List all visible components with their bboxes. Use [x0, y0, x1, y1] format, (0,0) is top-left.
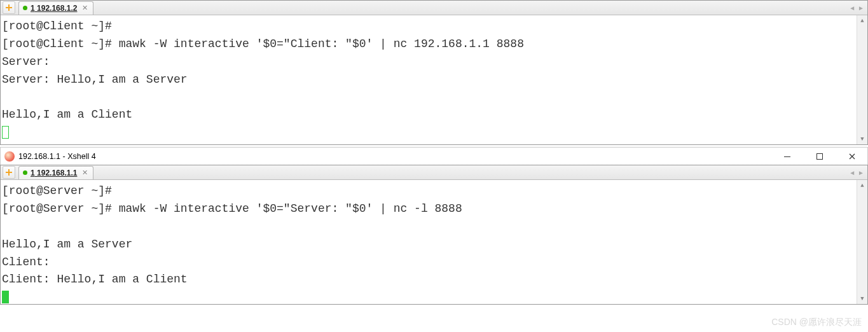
svg-rect-1 — [6, 7, 12, 8]
status-dot-icon — [23, 6, 27, 10]
scroll-up-icon[interactable]: ▲ — [857, 15, 867, 26]
minimize-icon — [784, 153, 790, 160]
cursor-icon — [2, 291, 9, 303]
close-icon — [849, 153, 855, 160]
status-dot-icon — [23, 170, 27, 175]
window-titlebar: 192.168.1.1 - Xshell 4 — [0, 147, 868, 165]
scrollbar[interactable]: ▲ ▼ — [857, 180, 867, 304]
scroll-down-icon[interactable]: ▼ — [857, 293, 867, 304]
tab-prev-icon[interactable]: ◄ — [849, 169, 855, 176]
tab-prev-icon[interactable]: ◄ — [849, 4, 855, 11]
add-tab-button[interactable] — [3, 1, 15, 14]
svg-rect-5 — [6, 172, 12, 173]
scroll-up-icon[interactable]: ▲ — [857, 180, 867, 191]
scrollbar[interactable]: ▲ ▼ — [857, 15, 867, 144]
tab-server[interactable]: 1 192.168.1.1 ✕ — [18, 166, 93, 179]
terminal-output-client[interactable]: [root@Client ~]# [root@Client ~]# mawk -… — [1, 15, 867, 144]
maximize-button[interactable] — [805, 148, 834, 165]
app-icon — [4, 151, 15, 162]
close-tab-icon[interactable]: ✕ — [82, 169, 88, 177]
scroll-track[interactable] — [857, 191, 867, 293]
plus-icon — [5, 4, 13, 11]
tab-bar: 1 192.168.1.1 ✕ ◄ ► — [1, 165, 867, 180]
tab-bar: 1 192.168.1.2 ✕ ◄ ► — [1, 1, 867, 15]
maximize-icon — [816, 153, 823, 160]
tab-client[interactable]: 1 192.168.1.2 ✕ — [18, 1, 93, 15]
tab-title: 1 192.168.1.1 — [31, 169, 77, 177]
tab-nav: ◄ ► — [849, 169, 864, 176]
minimize-button[interactable] — [773, 148, 801, 165]
terminal-output-server[interactable]: [root@Server ~]# [root@Server ~]# mawk -… — [1, 180, 867, 304]
window-title: 192.168.1.1 - Xshell 4 — [18, 152, 96, 161]
terminal-pane-client: 1 192.168.1.2 ✕ ◄ ► [root@Client ~]# [ro… — [0, 0, 868, 145]
plus-icon — [5, 169, 13, 176]
svg-rect-2 — [784, 156, 790, 157]
svg-rect-3 — [816, 153, 822, 159]
cursor-icon — [2, 126, 9, 139]
add-tab-button[interactable] — [3, 166, 15, 179]
tab-title: 1 192.168.1.2 — [31, 4, 77, 13]
tab-next-icon[interactable]: ► — [858, 169, 864, 176]
tab-next-icon[interactable]: ► — [858, 4, 864, 11]
close-tab-icon[interactable]: ✕ — [82, 4, 88, 12]
terminal-pane-server: 1 192.168.1.1 ✕ ◄ ► [root@Server ~]# [ro… — [0, 165, 868, 305]
tab-nav: ◄ ► — [849, 4, 864, 11]
scroll-down-icon[interactable]: ▼ — [857, 134, 867, 144]
close-button[interactable] — [837, 148, 866, 165]
scroll-track[interactable] — [857, 26, 867, 134]
